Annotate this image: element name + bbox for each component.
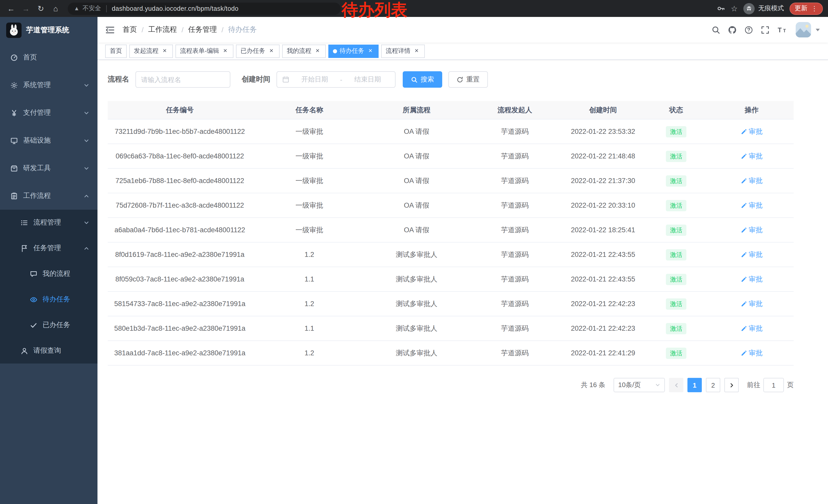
- close-icon[interactable]: ×: [268, 47, 275, 55]
- page-size-select[interactable]: 10条/页: [614, 378, 665, 392]
- tab-done-tasks[interactable]: 已办任务×: [236, 44, 280, 58]
- date-range-picker[interactable]: 开始日期 - 结束日期: [277, 71, 396, 88]
- user-icon: [20, 347, 28, 355]
- tab-start-process[interactable]: 发起流程×: [129, 44, 173, 58]
- status-badge: 激活: [666, 200, 687, 211]
- approve-link[interactable]: 审批: [741, 324, 762, 333]
- sidebar-collapse-icon[interactable]: [105, 26, 115, 34]
- search-button[interactable]: 搜索: [403, 71, 442, 88]
- reset-button[interactable]: 重置: [448, 71, 488, 88]
- column-header: 所属流程: [367, 105, 466, 114]
- start-date-placeholder: 开始日期: [292, 75, 337, 84]
- cell-task-name: 1.1: [252, 325, 367, 332]
- approve-label: 审批: [749, 201, 762, 210]
- search-button-icon: [411, 76, 418, 83]
- bookmark-star-icon[interactable]: ☆: [731, 5, 738, 12]
- approve-link[interactable]: 审批: [741, 349, 762, 358]
- fullscreen-icon[interactable]: [761, 26, 770, 34]
- page-button-1[interactable]: 1: [688, 378, 702, 392]
- close-icon[interactable]: ×: [161, 47, 168, 55]
- tab-form-edit[interactable]: 流程表单-编辑×: [175, 44, 234, 58]
- chevron-down-icon: [84, 138, 89, 143]
- approve-link[interactable]: 审批: [741, 275, 762, 284]
- tab-todo-tasks[interactable]: 待办任务×: [328, 44, 379, 58]
- avatar[interactable]: [796, 22, 811, 37]
- cell-initiator: 芋道源码: [466, 176, 563, 185]
- sidebar-item-home[interactable]: 首页: [0, 44, 97, 71]
- clipboard-icon: [10, 192, 18, 200]
- browser-back-button[interactable]: ←: [4, 2, 18, 15]
- breadcrumb-item[interactable]: 工作流程: [148, 25, 177, 34]
- chevron-up-icon: [84, 193, 89, 199]
- cell-process: 测试多审批人: [367, 349, 466, 358]
- help-icon[interactable]: [744, 26, 753, 34]
- avatar-caret-icon[interactable]: [816, 29, 820, 31]
- browser-refresh-button[interactable]: ↻: [34, 2, 48, 15]
- breadcrumb-separator: /: [181, 26, 184, 34]
- sidebar-item-todo-tasks[interactable]: 待办任务: [0, 287, 97, 312]
- browser-forward-button[interactable]: →: [19, 2, 33, 15]
- sidebar-item-workflow[interactable]: 工作流程: [0, 182, 97, 210]
- close-icon[interactable]: ×: [314, 47, 321, 55]
- approve-link[interactable]: 审批: [741, 299, 762, 308]
- column-header: 状态: [643, 105, 709, 114]
- cell-actions: 审批: [709, 324, 794, 333]
- sidebar-item-dev-tools[interactable]: 研发工具: [0, 154, 97, 182]
- sidebar-item-leave-query[interactable]: 请假查询: [0, 338, 97, 364]
- breadcrumb-item: 待办任务: [228, 25, 257, 34]
- sidebar-item-system[interactable]: 系统管理: [0, 71, 97, 99]
- approve-link[interactable]: 审批: [741, 250, 762, 259]
- page-button-2[interactable]: 2: [706, 378, 720, 392]
- github-icon[interactable]: [728, 26, 737, 34]
- sidebar-item-label: 待办任务: [43, 295, 70, 304]
- total-count-label: 共 16 条: [581, 380, 605, 390]
- approve-link[interactable]: 审批: [741, 127, 762, 136]
- process-name-input[interactable]: [141, 76, 225, 83]
- breadcrumb-item[interactable]: 任务管理: [188, 25, 217, 34]
- cell-created-time: 2022-01-21 22:42:23: [563, 300, 643, 308]
- sidebar-item-done-tasks[interactable]: 已办任务: [0, 312, 97, 338]
- approve-link[interactable]: 审批: [741, 151, 762, 161]
- app-shell: 芋道管理系统 首页系统管理支付管理基础设施研发工具工作流程流程管理任务管理我的流…: [0, 17, 828, 504]
- approve-link[interactable]: 审批: [741, 176, 762, 185]
- not-secure-icon: ▲: [74, 6, 80, 11]
- chevron-down-icon: [84, 82, 89, 88]
- sidebar-item-payment[interactable]: 支付管理: [0, 99, 97, 127]
- tab-home[interactable]: 首页: [105, 44, 127, 58]
- sidebar-item-my-process[interactable]: 我的流程: [0, 261, 97, 287]
- tab-label: 发起流程: [134, 47, 159, 55]
- close-icon[interactable]: ×: [222, 47, 229, 55]
- browser-menu-icon[interactable]: ⋮: [811, 5, 818, 12]
- next-page-button[interactable]: [724, 378, 739, 392]
- pencil-icon: [741, 227, 747, 233]
- sidebar-item-process-management[interactable]: 流程管理: [0, 210, 97, 235]
- address-bar[interactable]: ▲ 不安全 dashboard.yudao.iocoder.cn/bpm/tas…: [68, 2, 341, 15]
- password-key-icon[interactable]: [716, 4, 725, 13]
- column-header: 创建时间: [563, 105, 643, 114]
- table-row: 580e1b3d-7ac8-11ec-a9e2-a2380e71991a 1.1…: [108, 316, 794, 341]
- sidebar-item-infrastructure[interactable]: 基础设施: [0, 127, 97, 154]
- table-header: 任务编号任务名称所属流程流程发起人创建时间状态操作: [108, 101, 794, 120]
- tab-label: 已办任务: [241, 47, 265, 55]
- cell-created-time: 2022-01-22 21:48:48: [563, 152, 643, 160]
- sidebar-item-task-management[interactable]: 任务管理: [0, 235, 97, 261]
- breadcrumb-item[interactable]: 首页: [123, 25, 137, 34]
- tab-my-process[interactable]: 我的流程×: [282, 44, 326, 58]
- prev-page-button[interactable]: [669, 378, 683, 392]
- search-icon[interactable]: [711, 26, 720, 34]
- close-icon[interactable]: ×: [367, 47, 374, 55]
- status-badge: 激活: [666, 323, 687, 334]
- tab-process-detail[interactable]: 流程详情×: [381, 44, 425, 58]
- approve-link[interactable]: 审批: [741, 225, 762, 235]
- browser-update-button[interactable]: 更新 ⋮: [790, 2, 823, 15]
- goto-page-input[interactable]: [763, 378, 784, 392]
- app-logo[interactable]: 芋道管理系统: [0, 17, 97, 44]
- cell-process: OA 请假: [367, 201, 466, 210]
- font-size-icon[interactable]: TT: [777, 26, 788, 34]
- browser-home-button[interactable]: ⌂: [49, 2, 63, 15]
- approve-link[interactable]: 审批: [741, 201, 762, 210]
- cell-status: 激活: [643, 224, 709, 236]
- flag-icon: [20, 244, 28, 252]
- close-icon[interactable]: ×: [413, 47, 420, 55]
- cell-task-id: 73211d9d-7b9b-11ec-b5b7-acde48001122: [108, 128, 252, 135]
